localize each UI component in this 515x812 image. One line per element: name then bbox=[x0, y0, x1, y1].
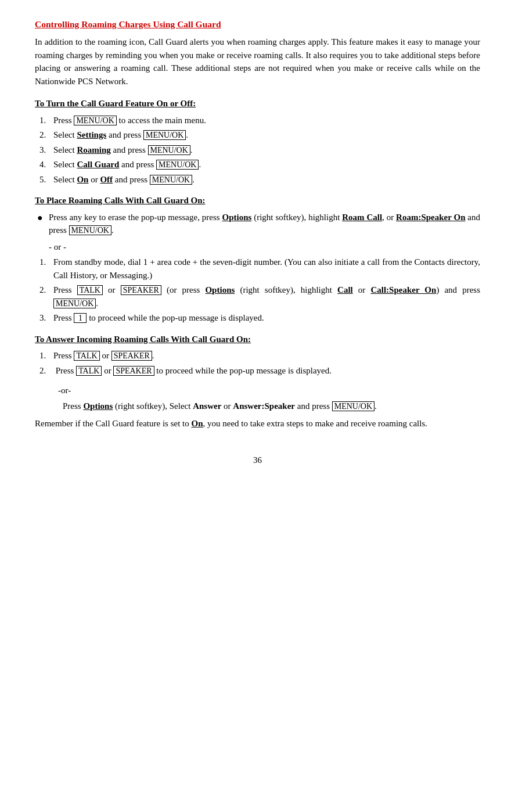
talk-key: TALK bbox=[77, 285, 103, 295]
intro-paragraph: In addition to the roaming icon, Call Gu… bbox=[35, 35, 480, 88]
menuok-key: MENU/OK bbox=[332, 401, 374, 411]
list-item: 1. From standby mode, dial 1 + area code… bbox=[35, 256, 480, 282]
or-dash-separator: -or- bbox=[58, 384, 480, 397]
alternative-instruction: Press Options (right softkey), Select An… bbox=[63, 400, 480, 413]
list-item: 3. Select Roaming and press MENU/OK. bbox=[35, 143, 480, 157]
one-key: 1 bbox=[74, 313, 87, 323]
section-answer-calls: To Answer Incoming Roaming Calls With Ca… bbox=[35, 333, 480, 430]
menuok-key: MENU/OK bbox=[143, 130, 186, 140]
list-item: 2. Select Settings and press MENU/OK. bbox=[35, 128, 480, 142]
section-turn-on-off: To Turn the Call Guard Feature On or Off… bbox=[35, 97, 480, 186]
last-paragraph: Remember if the Call Guard feature is se… bbox=[35, 417, 480, 430]
list-item: 1. Press MENU/OK to access the main menu… bbox=[35, 114, 480, 127]
bullet-item: ● Press any key to erase the pop-up mess… bbox=[35, 211, 480, 237]
section2-bullet-list: ● Press any key to erase the pop-up mess… bbox=[35, 211, 480, 237]
talk-key: TALK bbox=[76, 366, 102, 376]
menuok-key: MENU/OK bbox=[69, 225, 111, 235]
section2-heading: To Place Roaming Calls With Call Guard O… bbox=[35, 194, 480, 207]
or-separator: - or - bbox=[49, 240, 480, 254]
list-item: 1. Press TALK or SPEAKER. bbox=[35, 349, 480, 362]
menuok-key: MENU/OK bbox=[156, 160, 199, 170]
section3-heading: To Answer Incoming Roaming Calls With Ca… bbox=[35, 333, 480, 346]
list-item: 2. Press TALK or SPEAKER to proceed whil… bbox=[35, 364, 480, 378]
list-item: 5. Select On or Off and press MENU/OK. bbox=[35, 173, 480, 186]
section1-list: 1. Press MENU/OK to access the main menu… bbox=[35, 114, 480, 186]
menuok-key: MENU/OK bbox=[150, 175, 192, 185]
list-item: 2. Press TALK or SPEAKER (or press Optio… bbox=[35, 283, 480, 310]
page-container: Controlling Roaming Charges Using Call G… bbox=[35, 17, 480, 466]
speaker-key: SPEAKER bbox=[111, 351, 152, 361]
menuok-key: MENU/OK bbox=[148, 145, 190, 155]
speaker-key: SPEAKER bbox=[121, 285, 161, 295]
section1-heading: To Turn the Call Guard Feature On or Off… bbox=[35, 97, 480, 110]
section2-list: 1. From standby mode, dial 1 + area code… bbox=[35, 256, 480, 325]
list-item: 3. Press 1 to proceed while the pop-up m… bbox=[35, 311, 480, 325]
talk-key: TALK bbox=[74, 351, 99, 361]
page-number: 36 bbox=[35, 454, 480, 467]
section3-list: 1. Press TALK or SPEAKER. 2. Press TALK … bbox=[35, 349, 480, 377]
section-place-calls: To Place Roaming Calls With Call Guard O… bbox=[35, 194, 480, 325]
list-item: 4. Select Call Guard and press MENU/OK. bbox=[35, 158, 480, 171]
menuok-key: MENU/OK bbox=[53, 299, 96, 308]
speaker-key: SPEAKER bbox=[113, 366, 154, 376]
page-title: Controlling Roaming Charges Using Call G… bbox=[35, 17, 480, 31]
menuok-key: MENU/OK bbox=[74, 116, 116, 125]
